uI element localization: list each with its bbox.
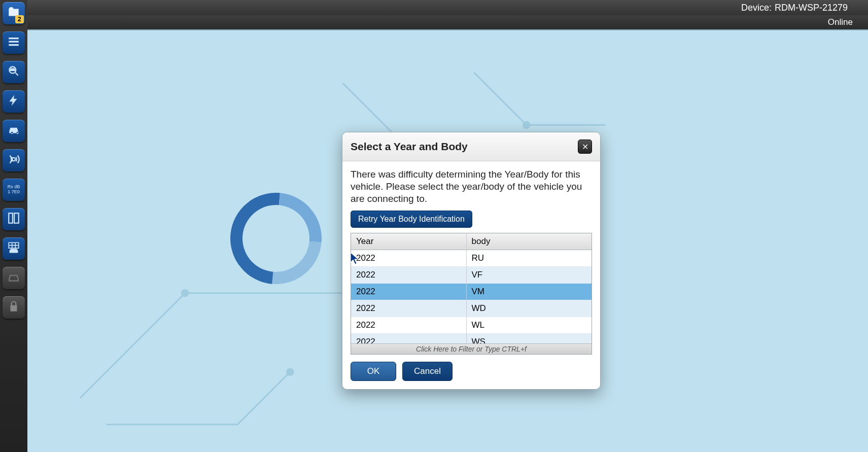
close-icon: ✕ (582, 142, 588, 152)
retry-identification-button[interactable]: Retry Year Body Identification (351, 211, 472, 228)
cell-body: VM (467, 284, 592, 300)
cell-body: WL (467, 317, 592, 333)
cell-body: WD (467, 300, 592, 317)
flash-button[interactable] (3, 90, 25, 113)
magnify-car-icon (7, 64, 20, 80)
table-row[interactable]: 2022WS (351, 334, 592, 343)
cell-year: 2022 (351, 284, 467, 300)
svg-point-4 (182, 290, 188, 296)
vehicle-button[interactable] (3, 120, 25, 142)
filter-bar[interactable]: Click Here to Filter or Type CTRL+f (351, 343, 592, 354)
year-body-table: Year body 2022RU2022VF2022VM2022WD2022WL… (351, 233, 592, 355)
svg-rect-3 (14, 213, 19, 223)
left-sidebar: 2 Rx dB 1 7E0 (0, 0, 27, 452)
ok-button[interactable]: OK (351, 362, 396, 381)
radar-button[interactable] (3, 149, 25, 171)
svg-rect-2 (9, 213, 13, 223)
column-header-body[interactable]: body (467, 233, 592, 250)
year-body-dialog: Select a Year and Body ✕ There was diffi… (342, 132, 601, 390)
cell-year: 2022 (351, 317, 467, 333)
vehicle-scan-button[interactable] (3, 61, 25, 83)
dialog-titlebar: Select a Year and Body ✕ (342, 132, 600, 161)
layout-icon (7, 212, 20, 227)
menu-button[interactable] (3, 31, 25, 54)
device-label: Device: (741, 3, 772, 13)
lock-icon (7, 300, 20, 315)
cell-body: WS (467, 334, 592, 343)
status-bar: Online (0, 15, 868, 29)
column-header-year[interactable]: Year (351, 233, 467, 250)
workspace: Select a Year and Body ✕ There was diffi… (27, 29, 868, 452)
lightning-icon (7, 94, 20, 109)
connection-status: Online (828, 17, 853, 27)
dialog-close-button[interactable]: ✕ (578, 140, 592, 154)
car-icon (7, 123, 20, 138)
table-body[interactable]: 2022RU2022VF2022VM2022WD2022WL2022WS (351, 250, 592, 343)
top-bar: Device: RDM-WSP-21279 (0, 0, 868, 15)
inbox-button[interactable]: 2 (3, 2, 25, 24)
table-row[interactable]: 2022WD (351, 300, 592, 317)
cell-body: RU (467, 250, 592, 266)
cell-year: 2022 (351, 300, 467, 317)
cell-year: 2022 (351, 334, 467, 343)
svg-point-6 (287, 369, 293, 375)
cancel-button[interactable]: Cancel (402, 362, 453, 381)
grid-car-icon (7, 241, 20, 256)
table-row[interactable]: 2022VF (351, 267, 592, 284)
cell-year: 2022 (351, 250, 467, 266)
dialog-title: Select a Year and Body (351, 141, 468, 153)
menu-icon (7, 35, 20, 50)
lock-button (3, 296, 25, 319)
table-header: Year body (351, 233, 592, 250)
device-value: RDM-WSP-21279 (775, 3, 848, 13)
cell-year: 2022 (351, 267, 467, 283)
inbox-count-badge: 2 (15, 15, 24, 23)
data-traffic-line2: 1 7E0 (8, 190, 20, 195)
cell-body: VF (467, 267, 592, 283)
vehicle-grid-button[interactable] (3, 237, 25, 260)
dialog-message: There was difficulty determining the Yea… (351, 168, 592, 204)
car-outline-icon (7, 270, 20, 286)
data-traffic-button[interactable]: Rx dB 1 7E0 (3, 179, 25, 201)
table-row[interactable]: 2022RU (351, 250, 592, 267)
dialog-footer: OK Cancel (351, 362, 592, 381)
table-row[interactable]: 2022WL (351, 317, 592, 334)
dialog-body: There was difficulty determining the Yea… (342, 161, 600, 389)
table-row[interactable]: 2022VM (351, 284, 592, 300)
vehicle-disabled-button (3, 267, 25, 289)
layout-button[interactable] (3, 208, 25, 230)
svg-point-7 (524, 122, 530, 128)
radar-icon (7, 153, 20, 168)
